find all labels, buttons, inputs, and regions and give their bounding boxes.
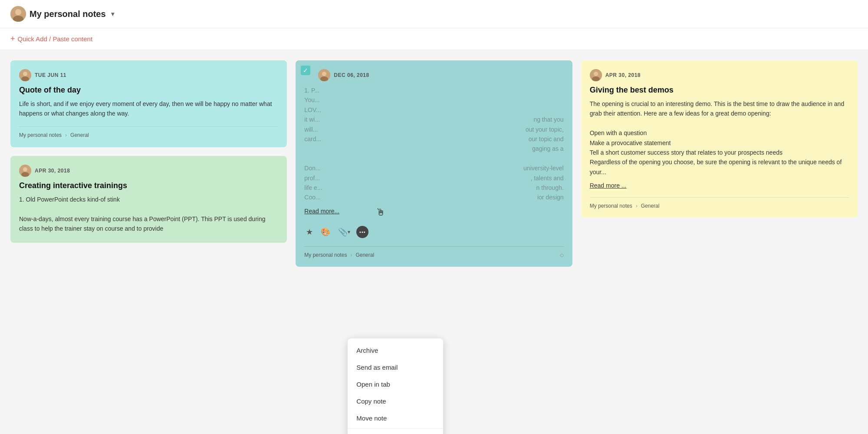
svg-point-1 (15, 9, 21, 15)
avatar (10, 6, 26, 22)
card-title: Quote of the day (19, 86, 278, 95)
tag-name: General (70, 132, 89, 138)
check-icon: ✓ (303, 67, 308, 74)
context-menu-divider (348, 428, 443, 429)
right-column: APR 30, 2018 Giving the best demos The o… (581, 60, 858, 218)
card-header: APR 30, 2018 (590, 69, 849, 81)
top-header: My personal notes ▾ (0, 0, 868, 28)
card-header: DEC 06, 2018 (318, 69, 563, 81)
more-options-button[interactable]: ••• (356, 226, 368, 238)
context-menu-send-email[interactable]: Send as email (348, 359, 443, 376)
card-body: 1. P... You... LOV... it wi... ng that y… (304, 86, 563, 202)
card-footer: My personal notes › General (19, 126, 278, 138)
svg-point-4 (23, 72, 27, 76)
card-header: APR 30, 2018 (19, 165, 278, 177)
card-footer: My personal notes › General (590, 197, 849, 209)
star-button[interactable]: ★ (304, 225, 315, 239)
middle-column: ✓ DEC 06, 2018 1. P... (296, 60, 572, 267)
card-date: APR 30, 2018 (35, 168, 70, 174)
card-actions: ★ 🎨 📎 ▾ ••• (304, 221, 563, 239)
separator: › (636, 203, 638, 209)
palette-button[interactable]: 🎨 (319, 225, 332, 239)
card-title: Giving the best demos (590, 86, 849, 95)
svg-point-10 (322, 72, 326, 76)
notebook-title: My personal notes (30, 9, 106, 19)
context-menu: Archive Send as email Open in tab Copy n… (348, 338, 443, 434)
attachment-button[interactable]: 📎 ▾ (336, 225, 352, 239)
dropdown-arrow-icon[interactable]: ▾ (111, 10, 114, 17)
quick-add-button[interactable]: + Quick Add / Paste content (10, 34, 92, 43)
context-menu-sticky-note[interactable]: Make it as sticky note (348, 431, 443, 434)
context-menu-archive[interactable]: Archive (348, 342, 443, 359)
card-avatar (19, 165, 31, 177)
card-body: Life is short, and if we enjoy every mom… (19, 99, 278, 119)
card-body: The opening is crucial to an interesting… (590, 99, 849, 177)
card-avatar (590, 69, 602, 81)
separator: › (65, 132, 67, 138)
star-icon: ★ (306, 227, 313, 237)
card-demos[interactable]: APR 30, 2018 Giving the best demos The o… (581, 60, 858, 218)
read-more-link[interactable]: Read more ... (590, 182, 627, 189)
palette-icon: 🎨 (321, 227, 330, 237)
card-footer: My personal notes › General ◇ (304, 246, 563, 258)
header-title[interactable]: My personal notes ▾ (10, 6, 114, 22)
paperclip-icon: 📎 (338, 227, 348, 237)
read-more-link[interactable]: Read more... (304, 208, 339, 215)
card-body: 1. Old PowerPoint decks kind-of stinkNow… (19, 195, 278, 234)
quick-add-bar: + Quick Add / Paste content (0, 28, 868, 50)
card-trainings[interactable]: APR 30, 2018 Creating interactive traini… (10, 156, 287, 243)
card-checkbox[interactable]: ✓ (301, 66, 310, 75)
card-avatar (318, 69, 330, 81)
card-date: APR 30, 2018 (605, 72, 641, 78)
card-header: TUE JUN 11 (19, 69, 278, 81)
tag-name: General (355, 252, 374, 258)
card-date: DEC 06, 2018 (334, 72, 369, 78)
card-quote[interactable]: TUE JUN 11 Quote of the day Life is shor… (10, 60, 287, 147)
svg-point-13 (594, 72, 598, 76)
card-avatar (19, 69, 31, 81)
notebook-name: My personal notes (19, 132, 62, 138)
left-column: TUE JUN 11 Quote of the day Life is shor… (10, 60, 287, 243)
tag-name: General (641, 203, 660, 209)
tag-icon: ◇ (560, 252, 564, 258)
attachment-arrow-icon: ▾ (348, 229, 350, 235)
cards-area: TUE JUN 11 Quote of the day Life is shor… (0, 50, 868, 277)
separator: › (350, 252, 352, 258)
quick-add-label: Quick Add / Paste content (18, 35, 93, 43)
context-menu-move-note[interactable]: Move note (348, 410, 443, 427)
context-menu-copy-note[interactable]: Copy note (348, 393, 443, 410)
context-menu-open-tab[interactable]: Open in tab (348, 376, 443, 393)
card-title: Creating interactive trainings (19, 181, 278, 190)
card-points[interactable]: ✓ DEC 06, 2018 1. P... (296, 60, 572, 267)
plus-icon: + (10, 34, 15, 43)
svg-point-7 (23, 167, 27, 172)
notebook-name: My personal notes (590, 203, 632, 209)
notebook-name: My personal notes (304, 252, 347, 258)
more-icon: ••• (359, 229, 366, 235)
card-date: TUE JUN 11 (35, 72, 66, 78)
